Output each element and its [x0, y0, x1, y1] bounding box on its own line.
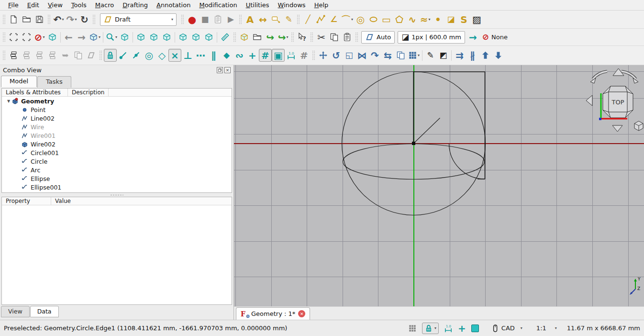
draft-text-button[interactable]: A: [244, 13, 256, 26]
snap-special-button[interactable]: ◆: [220, 49, 233, 62]
undo-button[interactable]: ↶▾: [52, 13, 65, 26]
draft-polygon-button[interactable]: [393, 13, 406, 26]
snap-dimensions-button[interactable]: [285, 49, 298, 62]
nav-arrow-down[interactable]: [612, 125, 622, 132]
rotate-button[interactable]: ↺: [330, 49, 343, 62]
draft-rectangle-button[interactable]: ▭: [380, 13, 393, 26]
draft-shapestring-button[interactable]: S: [457, 13, 470, 26]
expander-icon[interactable]: ▼: [6, 99, 11, 103]
toolbar-handle[interactable]: [47, 14, 51, 25]
arc-edge[interactable]: [449, 144, 485, 179]
highlight-subelements-button[interactable]: ◩: [437, 49, 450, 62]
toolbar-handle[interactable]: [239, 14, 242, 25]
draft-hatch-button[interactable]: ▨: [470, 13, 483, 26]
draft-line-button[interactable]: ╱: [301, 13, 314, 26]
property-tab[interactable]: View: [1, 306, 30, 317]
chevron-down-icon[interactable]: ▾: [75, 17, 77, 22]
open-document-button[interactable]: [20, 13, 33, 26]
box-selection-button[interactable]: [46, 31, 59, 44]
draft-circle-button[interactable]: ◎: [354, 13, 367, 26]
split-button[interactable]: ∦: [466, 49, 479, 62]
origin-point-marker[interactable]: [412, 142, 415, 145]
chevron-down-icon[interactable]: ▾: [286, 35, 288, 39]
float-panel-icon[interactable]: [217, 67, 223, 73]
upgrade-button[interactable]: [479, 49, 492, 62]
tree-item-geometry[interactable]: ▼Geometry: [2, 97, 232, 105]
nav-style-selector[interactable]: CAD ▾: [491, 324, 522, 333]
snap-grid-button[interactable]: #: [259, 49, 272, 62]
navigation-cube[interactable]: TOP: [585, 67, 644, 132]
menu-item[interactable]: Edit: [23, 0, 44, 10]
tree-column-labels[interactable]: Labels & Attributes: [2, 89, 68, 96]
toolbar-handle[interactable]: [181, 14, 184, 25]
ellipse-edge[interactable]: [343, 144, 485, 179]
panel-splitter[interactable]: [1, 193, 232, 196]
draft-bezier-button[interactable]: ≈▾: [419, 13, 432, 26]
toolbar-handle[interactable]: [92, 14, 96, 25]
snap-ortho-status-icon[interactable]: +: [458, 324, 466, 333]
top-view-button[interactable]: [147, 31, 160, 44]
draft-fillet-button[interactable]: ∠: [327, 13, 340, 26]
tree-item-wire002[interactable]: Wire002: [2, 140, 232, 148]
toolbar-handle[interactable]: [291, 32, 294, 43]
tree-item-line002[interactable]: Line002: [2, 114, 232, 123]
toolbar-handle[interactable]: [310, 32, 313, 43]
property-tab[interactable]: Data: [30, 306, 59, 317]
draft-point-button[interactable]: •: [432, 13, 444, 26]
snap-near-button[interactable]: ∾: [233, 49, 246, 62]
snap-perpendicular-button[interactable]: ⊥: [181, 49, 194, 62]
autogroup-button[interactable]: ⊘None: [482, 33, 508, 41]
draw-style-button[interactable]: ⊘▾: [33, 31, 46, 44]
toolbar-handle[interactable]: [2, 14, 6, 25]
move-button[interactable]: [317, 49, 330, 62]
menu-item[interactable]: Tools: [67, 0, 91, 10]
snap-ortho-button[interactable]: +: [246, 49, 259, 62]
line-style-button[interactable]: ◪1px | 600.0 mm: [398, 31, 465, 44]
draft-dimension-button[interactable]: ↔: [256, 13, 269, 26]
sketch-geometry[interactable]: [234, 65, 644, 306]
fit-all-button[interactable]: [7, 31, 20, 44]
macro-stop-button[interactable]: ■: [199, 13, 211, 26]
macro-play-button[interactable]: ▶: [224, 13, 237, 26]
menu-item[interactable]: Modification: [195, 0, 241, 10]
draft-ellipse-button[interactable]: [367, 13, 380, 26]
draft-arc-button[interactable]: ⌒▾: [340, 13, 354, 26]
edit-button[interactable]: ✎: [424, 49, 437, 62]
toggle-grid-button[interactable]: #: [298, 49, 311, 62]
bottom-view-button[interactable]: [189, 31, 202, 44]
snap-lock-button[interactable]: [104, 49, 117, 62]
tree-item-wire001[interactable]: Wire001: [2, 131, 232, 140]
diagonal-line[interactable]: [414, 118, 440, 144]
draft-label-button[interactable]: [269, 13, 282, 26]
toolbar-handle[interactable]: [233, 32, 236, 43]
scale-selector[interactable]: 1:1 ▾: [536, 325, 557, 332]
menu-item[interactable]: Utilities: [242, 0, 274, 10]
clone-button[interactable]: [394, 49, 407, 62]
left-view-button[interactable]: [202, 31, 215, 44]
property-column[interactable]: Property: [2, 197, 51, 205]
make-link-button[interactable]: ↪: [264, 31, 277, 44]
menu-item[interactable]: Windows: [274, 0, 310, 10]
join-button[interactable]: ⇉: [453, 49, 466, 62]
wire-rectangle[interactable]: [414, 72, 485, 179]
toolbar-handle[interactable]: [355, 32, 358, 43]
snap-endpoint-button[interactable]: [117, 49, 130, 62]
snap-midpoint-button[interactable]: [130, 49, 143, 62]
toolbar-handle[interactable]: [2, 32, 6, 43]
right-view-button[interactable]: [160, 31, 173, 44]
value-column[interactable]: Value: [51, 197, 232, 205]
layers-button[interactable]: [7, 49, 20, 62]
trimex-button[interactable]: ⇆: [381, 49, 394, 62]
menu-item[interactable]: Help: [310, 0, 333, 10]
fit-selection-button[interactable]: [20, 31, 33, 44]
toolbar-handle[interactable]: [2, 50, 6, 61]
snap-parallel-button[interactable]: ∥: [207, 49, 220, 62]
tree-item-ellipse001[interactable]: Ellipse001: [2, 183, 232, 191]
new-document-button[interactable]: [7, 13, 20, 26]
menu-item[interactable]: Macro: [91, 0, 118, 10]
tree-column-description[interactable]: Description: [68, 89, 109, 96]
draft-facebinder-button[interactable]: ◪: [444, 13, 457, 26]
offset-button[interactable]: ↷: [368, 49, 381, 62]
front-view-button[interactable]: [134, 31, 147, 44]
paste-button[interactable]: [341, 31, 354, 44]
